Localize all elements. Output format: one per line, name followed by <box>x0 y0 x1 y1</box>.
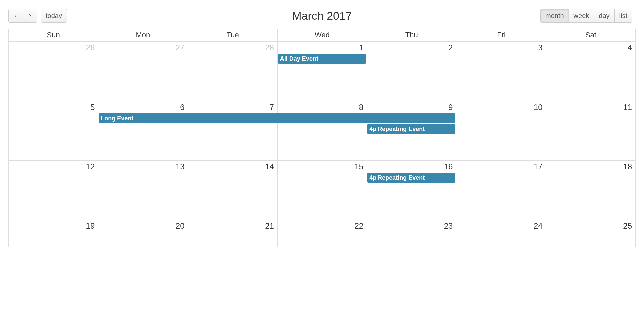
calendar-event[interactable]: All Day Event <box>278 54 366 64</box>
event-title: Repeating Event <box>378 174 425 181</box>
calendar-week: 2627281234All Day Event <box>9 41 635 101</box>
day-number: 10 <box>534 103 543 112</box>
day-number: 19 <box>86 221 95 231</box>
day-number: 28 <box>265 43 274 52</box>
day-header: Sat <box>546 29 635 41</box>
today-button[interactable]: today <box>41 9 67 23</box>
day-cell[interactable]: 23 <box>367 220 456 247</box>
day-header: Wed <box>277 29 367 41</box>
day-number: 17 <box>534 162 543 171</box>
day-number: 24 <box>534 221 543 231</box>
day-number: 9 <box>448 103 453 112</box>
day-cell[interactable]: 25 <box>546 220 635 247</box>
calendar-week: 567891011Long Event4pRepeating Event <box>9 101 635 160</box>
day-number: 16 <box>444 162 453 171</box>
view-switcher: month week day list <box>540 9 632 23</box>
day-header: Tue <box>188 29 277 41</box>
chevron-right-icon <box>28 11 32 20</box>
nav-button-group <box>8 9 37 23</box>
day-cell[interactable]: 17 <box>456 161 546 220</box>
day-number: 14 <box>265 162 274 171</box>
day-cell[interactable]: 1 <box>277 42 367 101</box>
day-cell[interactable]: 2 <box>367 42 456 101</box>
view-week-button[interactable]: week <box>569 9 594 23</box>
day-header: Sun <box>9 29 98 41</box>
day-header: Mon <box>98 29 188 41</box>
prev-button[interactable] <box>8 9 23 23</box>
day-number: 25 <box>623 221 632 231</box>
day-number: 4 <box>628 43 632 52</box>
day-cell[interactable]: 13 <box>98 161 188 220</box>
view-day-button[interactable]: day <box>594 9 614 23</box>
day-number: 23 <box>444 221 453 231</box>
day-number: 3 <box>538 43 542 52</box>
day-cell[interactable]: 8 <box>277 101 367 160</box>
day-header: Fri <box>456 29 546 41</box>
day-cell[interactable]: 15 <box>277 161 367 220</box>
calendar-title: March 2017 <box>292 9 352 22</box>
day-cell[interactable]: 28 <box>188 42 277 101</box>
day-number: 7 <box>269 103 274 112</box>
day-cell[interactable]: 19 <box>9 220 98 247</box>
day-cell[interactable]: 4 <box>546 42 635 101</box>
event-title: Repeating Event <box>378 126 425 133</box>
day-number: 27 <box>176 43 185 52</box>
day-number: 12 <box>86 162 95 171</box>
calendar-event[interactable]: 4pRepeating Event <box>367 173 455 183</box>
event-title: All Day Event <box>280 55 318 62</box>
day-header-row: SunMonTueWedThuFriSat <box>9 29 635 41</box>
day-number: 5 <box>90 103 95 112</box>
calendar-week: 121314151617184pRepeating Event <box>9 160 635 220</box>
day-cell[interactable]: 3 <box>456 42 546 101</box>
view-list-button[interactable]: list <box>615 9 632 23</box>
day-number: 8 <box>359 103 363 112</box>
next-button[interactable] <box>23 9 37 23</box>
day-cell[interactable]: 24 <box>456 220 546 247</box>
calendar-event[interactable]: 4pRepeating Event <box>367 124 455 134</box>
day-cell[interactable]: 10 <box>456 101 546 160</box>
calendar-week: 19202122232425 <box>9 220 635 247</box>
day-cell[interactable]: 27 <box>98 42 188 101</box>
day-number: 22 <box>354 221 363 231</box>
day-cell[interactable]: 7 <box>188 101 277 160</box>
day-cell[interactable]: 16 <box>367 161 456 220</box>
event-title: Long Event <box>101 115 133 122</box>
day-cell[interactable]: 18 <box>546 161 635 220</box>
day-number: 6 <box>180 103 184 112</box>
day-cell[interactable]: 14 <box>188 161 277 220</box>
day-number: 18 <box>623 162 632 171</box>
event-time: 4p <box>369 174 376 181</box>
day-cell[interactable]: 20 <box>98 220 188 247</box>
event-time: 4p <box>369 126 376 133</box>
calendar-body: 2627281234All Day Event567891011Long Eve… <box>9 41 635 247</box>
day-cell[interactable]: 12 <box>9 161 98 220</box>
view-month-button[interactable]: month <box>540 9 569 23</box>
day-cell[interactable]: 21 <box>188 220 277 247</box>
day-cell[interactable]: 26 <box>9 42 98 101</box>
day-cell[interactable]: 11 <box>546 101 635 160</box>
today-button-group: today <box>41 9 67 23</box>
day-number: 21 <box>265 221 274 231</box>
day-cell[interactable]: 6 <box>98 101 188 160</box>
day-cell[interactable]: 5 <box>9 101 98 160</box>
day-header: Thu <box>367 29 456 41</box>
calendar-grid: SunMonTueWedThuFriSat 2627281234All Day … <box>8 29 636 247</box>
day-number: 15 <box>354 162 363 171</box>
day-number: 2 <box>448 43 453 52</box>
calendar-toolbar: today March 2017 month week day list <box>8 8 636 23</box>
day-cell[interactable]: 22 <box>277 220 367 247</box>
day-number: 13 <box>176 162 185 171</box>
day-number: 1 <box>359 43 363 52</box>
calendar-event[interactable]: Long Event <box>99 113 455 123</box>
chevron-left-icon <box>13 11 18 20</box>
day-number: 20 <box>176 221 185 231</box>
day-number: 26 <box>86 43 95 52</box>
day-number: 11 <box>623 103 632 112</box>
